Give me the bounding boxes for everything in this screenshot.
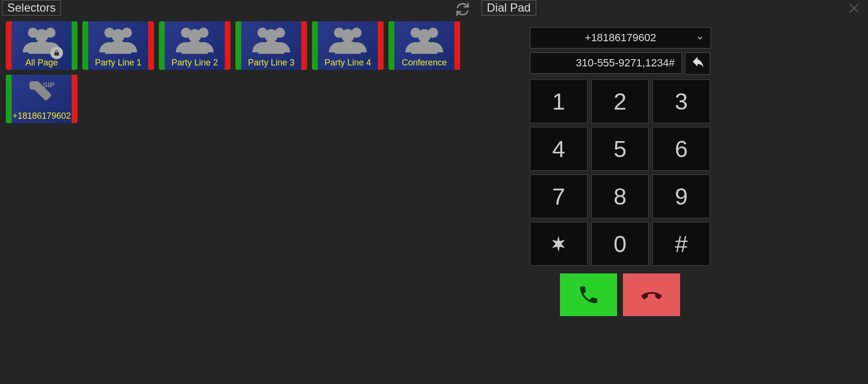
- svg-point-5: [112, 29, 125, 42]
- right-status-band: [454, 21, 460, 70]
- right-status-band: [378, 21, 384, 70]
- right-status-band: [148, 21, 154, 70]
- hangup-button[interactable]: [623, 273, 680, 316]
- selector-party-line-4[interactable]: Party Line 4: [312, 21, 384, 70]
- dialpad-panel: Dial Pad +18186179602 310-555-9271,1234#…: [480, 0, 868, 384]
- key-3[interactable]: 3: [652, 80, 710, 123]
- selector-all-page[interactable]: All Page: [6, 21, 78, 70]
- call-button[interactable]: [560, 273, 617, 316]
- svg-point-8: [188, 29, 202, 42]
- selector-body: Party Line 3: [241, 21, 301, 70]
- right-status-band: [225, 21, 231, 70]
- refresh-button[interactable]: [455, 2, 470, 16]
- selector-body: Party Line 4: [318, 21, 378, 70]
- right-status-band: [72, 75, 78, 123]
- asterisk-icon: [549, 234, 568, 254]
- close-button[interactable]: [848, 1, 862, 16]
- group-icon: [88, 24, 148, 54]
- left-status-band: [159, 21, 165, 70]
- right-status-band: [301, 21, 307, 70]
- chevron-down-icon: [696, 34, 704, 42]
- svg-point-2: [35, 29, 48, 42]
- close-icon: [848, 1, 862, 16]
- selector-label: Party Line 1: [95, 58, 141, 68]
- keypad: 1234567890#: [530, 80, 710, 266]
- refresh-icon: [455, 2, 470, 16]
- svg-text:SIP: SIP: [43, 80, 55, 89]
- selectors-panel: Selectors All PageParty Line 1Party Line…: [0, 0, 480, 384]
- left-status-band: [388, 21, 394, 70]
- group-icon: [241, 24, 301, 54]
- selector-label: Conference: [402, 58, 447, 68]
- undo-arrow-icon: [689, 56, 706, 71]
- key-9[interactable]: 9: [652, 175, 710, 218]
- key-8[interactable]: 8: [591, 175, 649, 218]
- selectors-title: Selectors: [2, 0, 61, 16]
- hangup-icon: [638, 284, 665, 306]
- key-star[interactable]: [530, 222, 588, 266]
- selector-body: SIP+18186179602: [12, 75, 72, 123]
- key-0[interactable]: 0: [591, 222, 649, 266]
- key-pound[interactable]: #: [652, 222, 710, 266]
- line-select-value: +18186179602: [585, 32, 656, 44]
- selector-party-line-3[interactable]: Party Line 3: [235, 21, 307, 70]
- svg-point-11: [265, 29, 278, 42]
- call-actions: [530, 273, 710, 316]
- selector-label: Party Line 4: [325, 58, 371, 68]
- selector-party-line-1[interactable]: Party Line 1: [82, 21, 154, 70]
- selector-label: All Page: [25, 58, 58, 68]
- line-select[interactable]: +18186179602: [530, 27, 711, 48]
- selector-label: Party Line 3: [248, 58, 294, 68]
- svg-point-14: [341, 29, 355, 42]
- sip-phone-icon: SIP: [12, 78, 72, 107]
- right-status-band: [72, 21, 78, 70]
- left-status-band: [6, 21, 12, 70]
- group-icon: [394, 24, 454, 54]
- key-4[interactable]: 4: [530, 127, 588, 171]
- key-2[interactable]: 2: [591, 80, 649, 123]
- selector-body: Party Line 1: [88, 21, 148, 70]
- selector-body: Conference: [394, 21, 454, 70]
- left-status-band: [82, 21, 88, 70]
- left-status-band: [312, 21, 318, 70]
- group-icon: [12, 24, 72, 54]
- selector-body: Party Line 2: [165, 21, 225, 70]
- phone-icon: [577, 284, 600, 306]
- selector-body: All Page: [12, 21, 72, 70]
- key-6[interactable]: 6: [652, 127, 710, 171]
- selector-label: +18186179602: [13, 111, 71, 121]
- selector-grid: All PageParty Line 1Party Line 2Party Li…: [6, 21, 480, 123]
- key-1[interactable]: 1: [530, 80, 588, 123]
- group-icon: [165, 24, 225, 54]
- selector-party-line-2[interactable]: Party Line 2: [159, 21, 231, 70]
- number-display[interactable]: 310-555-9271,1234#: [530, 52, 682, 74]
- selector--18186179602[interactable]: SIP+18186179602: [6, 75, 78, 123]
- key-5[interactable]: 5: [591, 127, 649, 171]
- backspace-button[interactable]: [685, 52, 710, 75]
- left-status-band: [235, 21, 241, 70]
- dialpad-title: Dial Pad: [481, 0, 536, 16]
- selector-conference[interactable]: Conference: [388, 21, 460, 70]
- group-icon: [318, 24, 378, 54]
- selector-label: Party Line 2: [171, 58, 218, 68]
- svg-point-17: [418, 29, 431, 42]
- left-status-band: [6, 75, 12, 123]
- key-7[interactable]: 7: [530, 175, 588, 218]
